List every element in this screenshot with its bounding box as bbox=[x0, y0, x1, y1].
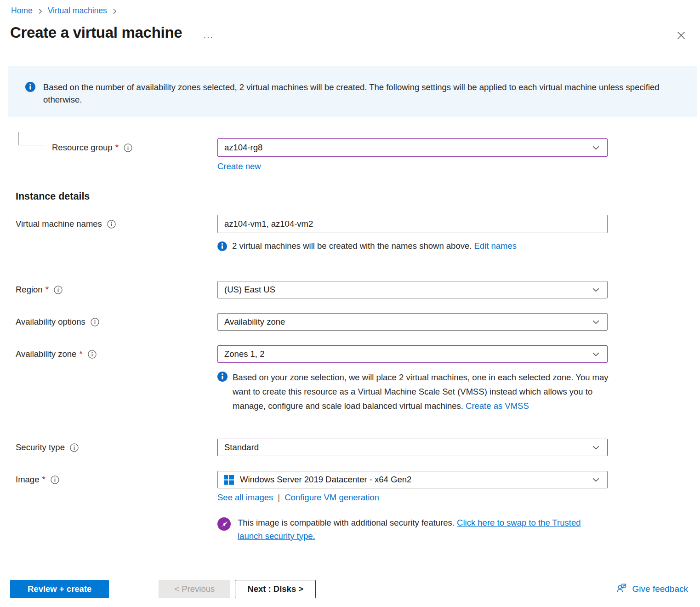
chevron-down-icon bbox=[592, 350, 600, 358]
create-vm-blade: Home Virtual machines Create a virtual m… bbox=[0, 0, 700, 607]
review-create-button[interactable]: Review + create bbox=[10, 580, 109, 598]
info-banner-text: Based on the number of availability zone… bbox=[43, 81, 674, 106]
image-links: See all images | Configure VM generation bbox=[217, 492, 700, 503]
give-feedback-link[interactable]: Give feedback bbox=[616, 582, 688, 596]
see-all-images-link[interactable]: See all images bbox=[217, 492, 273, 503]
availability-options-label: Availability options bbox=[16, 317, 217, 327]
info-tooltip-icon[interactable] bbox=[91, 318, 99, 326]
info-banner: Based on the number of availability zone… bbox=[8, 66, 697, 117]
rocket-icon bbox=[217, 517, 231, 531]
footer-divider bbox=[0, 565, 700, 565]
chevron-down-icon bbox=[592, 318, 600, 326]
resource-group-label: Resource group * bbox=[16, 143, 217, 153]
vm-names-note: 2 virtual machines will be created with … bbox=[217, 240, 700, 252]
chevron-right-icon bbox=[112, 8, 117, 15]
create-new-resource-group-link[interactable]: Create new bbox=[217, 161, 261, 171]
info-icon bbox=[217, 241, 227, 251]
vm-names-label: Virtual machine names bbox=[16, 219, 217, 229]
breadcrumb-virtual-machines[interactable]: Virtual machines bbox=[48, 6, 107, 16]
image-label: Image * bbox=[16, 475, 217, 485]
blade-header: Create a virtual machine ··· bbox=[0, 16, 700, 44]
vm-names-row: Virtual machine names az104-vm1, az104-v… bbox=[16, 215, 700, 233]
page-title: Create a virtual machine bbox=[10, 24, 182, 41]
chevron-down-icon bbox=[592, 476, 600, 484]
availability-options-dropdown[interactable]: Availability zone bbox=[217, 313, 608, 331]
vm-names-input[interactable]: az104-vm1, az104-vm2 bbox=[217, 215, 608, 233]
feedback-icon bbox=[616, 582, 627, 596]
info-tooltip-icon[interactable] bbox=[107, 220, 116, 229]
availability-zone-note: Based on your zone selection, we will pl… bbox=[217, 370, 700, 413]
more-options-button[interactable]: ··· bbox=[203, 32, 213, 41]
region-label: Region * bbox=[16, 285, 217, 295]
availability-zone-label: Availability zone * bbox=[16, 349, 217, 359]
info-icon bbox=[217, 372, 227, 381]
security-type-dropdown[interactable]: Standard bbox=[217, 439, 608, 456]
previous-button[interactable]: < Previous bbox=[159, 580, 230, 598]
close-button[interactable] bbox=[674, 29, 688, 44]
resource-group-dropdown[interactable]: az104-rg8 bbox=[217, 138, 608, 157]
info-icon bbox=[25, 82, 35, 92]
resource-group-row: Resource group * az104-rg8 bbox=[16, 138, 700, 157]
next-disks-button[interactable]: Next : Disks > bbox=[235, 580, 316, 598]
edit-names-link[interactable]: Edit names bbox=[474, 241, 517, 251]
breadcrumb-home[interactable]: Home bbox=[11, 6, 33, 16]
image-security-note: This image is compatible with additional… bbox=[217, 516, 700, 543]
chevron-down-icon bbox=[592, 144, 600, 152]
availability-zone-row: Availability zone * Zones 1, 2 bbox=[16, 345, 700, 363]
security-type-label: Security type bbox=[16, 442, 217, 452]
info-tooltip-icon[interactable] bbox=[51, 475, 59, 484]
configure-vm-generation-link[interactable]: Configure VM generation bbox=[285, 492, 379, 503]
basics-form: Resource group * az104-rg8 Create new In… bbox=[0, 138, 700, 543]
availability-zone-dropdown[interactable]: Zones 1, 2 bbox=[217, 345, 608, 363]
security-type-row: Security type Standard bbox=[16, 439, 700, 456]
required-asterisk: * bbox=[115, 143, 119, 153]
chevron-down-icon bbox=[592, 444, 600, 452]
create-as-vmss-link[interactable]: Create as VMSS bbox=[466, 401, 529, 411]
chevron-right-icon bbox=[38, 8, 43, 15]
link-separator: | bbox=[278, 492, 280, 503]
windows-logo-icon bbox=[224, 475, 234, 485]
required-asterisk: * bbox=[42, 475, 45, 485]
required-asterisk: * bbox=[79, 349, 82, 359]
required-asterisk: * bbox=[46, 285, 49, 295]
image-row: Image * Windows Server 2019 Datacenter -… bbox=[16, 471, 700, 488]
chevron-down-icon bbox=[592, 286, 600, 294]
region-dropdown[interactable]: (US) East US bbox=[217, 281, 608, 298]
info-tooltip-icon[interactable] bbox=[88, 350, 97, 359]
breadcrumb: Home Virtual machines bbox=[0, 0, 700, 16]
info-tooltip-icon[interactable] bbox=[124, 143, 132, 152]
instance-details-heading: Instance details bbox=[16, 191, 700, 202]
footer-bar: Review + create < Previous Next : Disks … bbox=[10, 580, 688, 598]
availability-options-row: Availability options Availability zone bbox=[16, 313, 700, 331]
close-icon bbox=[676, 35, 686, 42]
info-tooltip-icon[interactable] bbox=[54, 286, 63, 294]
image-dropdown[interactable]: Windows Server 2019 Datacenter - x64 Gen… bbox=[217, 471, 608, 488]
tree-connector bbox=[18, 132, 44, 145]
info-tooltip-icon[interactable] bbox=[70, 443, 79, 452]
region-row: Region * (US) East US bbox=[16, 281, 700, 298]
